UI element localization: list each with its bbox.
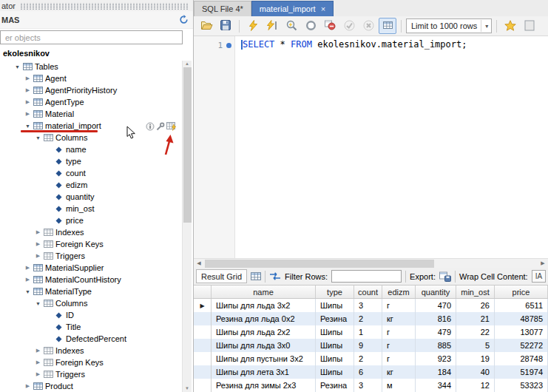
stop-on-error-button[interactable] bbox=[321, 18, 339, 34]
cell-min-ost[interactable]: 40 bbox=[456, 365, 495, 379]
cell-type[interactable]: Резина bbox=[316, 312, 354, 325]
limit-grid-button[interactable] bbox=[379, 18, 396, 34]
navigator-scrollbar[interactable]: ▲ ▼ bbox=[182, 61, 192, 392]
filter-rows-input[interactable] bbox=[331, 270, 402, 283]
cell-price[interactable]: 51974 bbox=[495, 365, 548, 379]
open-script-button[interactable] bbox=[197, 18, 215, 34]
cell-quantity[interactable]: 885 bbox=[416, 339, 456, 352]
execute-current-button[interactable] bbox=[263, 18, 281, 34]
tree-item-materialcounthistory[interactable]: ▶MaterialCountHistory bbox=[0, 274, 182, 285]
column-header-min-ost[interactable]: min_ost bbox=[456, 285, 495, 298]
stop-button[interactable] bbox=[302, 18, 319, 34]
tree-item-quantity[interactable]: quantity bbox=[0, 191, 182, 203]
panel-grip[interactable] bbox=[20, 3, 189, 10]
tree-item-columns[interactable]: ▼Columns bbox=[0, 297, 182, 309]
cell-price[interactable]: 28748 bbox=[495, 352, 548, 365]
cell-name[interactable]: Резина для льда 0x2 bbox=[212, 312, 316, 325]
cell-min-ost[interactable]: 5 bbox=[456, 339, 495, 352]
wrap-toggle-button[interactable]: IA bbox=[532, 270, 546, 283]
cell-type[interactable]: Резина bbox=[316, 379, 354, 392]
tree-item-title[interactable]: Title bbox=[0, 321, 182, 333]
tree-item-indexes[interactable]: ▶Indexes bbox=[0, 345, 182, 356]
cell-name[interactable]: Шипы для льда 3x2 bbox=[212, 299, 316, 312]
cell-edizm[interactable]: кг bbox=[382, 312, 416, 325]
row-selector[interactable] bbox=[194, 379, 212, 392]
chevron-collapsed-icon[interactable]: ▶ bbox=[34, 359, 42, 365]
cell-count[interactable]: 6 bbox=[354, 365, 382, 379]
column-header-count[interactable]: count bbox=[354, 285, 382, 298]
cell-name[interactable]: Шипы для льда 2x2 bbox=[212, 325, 316, 339]
chevron-collapsed-icon[interactable]: ▶ bbox=[34, 371, 42, 377]
tree-item-columns[interactable]: ▼Columns bbox=[0, 132, 182, 143]
column-header-edizm[interactable]: edizm bbox=[382, 285, 416, 298]
chevron-expanded-icon[interactable]: ▼ bbox=[24, 124, 32, 129]
chevron-collapsed-icon[interactable]: ▶ bbox=[24, 383, 32, 389]
cell-quantity[interactable]: 470 bbox=[416, 299, 456, 312]
tree-item-materialtype[interactable]: ▼MaterialType bbox=[0, 285, 182, 297]
cell-price[interactable]: 13077 bbox=[495, 325, 548, 339]
wrench-icon[interactable] bbox=[156, 122, 165, 132]
sql-code-line[interactable]: SELECT * FROM ekolesnikov.material_impor… bbox=[235, 36, 548, 258]
explain-button[interactable] bbox=[283, 18, 300, 34]
tree-item-defectedpercent[interactable]: DefectedPercent bbox=[0, 333, 182, 345]
schema-name[interactable]: ekolesnikov bbox=[0, 46, 193, 61]
tree-item-foreign-keys[interactable]: ▶Foreign Keys bbox=[0, 238, 182, 250]
chevron-collapsed-icon[interactable]: ▶ bbox=[24, 99, 32, 105]
refresh-results-icon[interactable] bbox=[269, 271, 281, 281]
cell-name[interactable]: Шипы для пустыни 3x2 bbox=[212, 352, 316, 365]
chevron-collapsed-icon[interactable]: ▶ bbox=[34, 253, 42, 259]
chevron-expanded-icon[interactable]: ▼ bbox=[34, 301, 42, 306]
cell-price[interactable]: 52272 bbox=[495, 339, 548, 352]
row-selector[interactable] bbox=[194, 365, 212, 379]
tree-item-foreign-keys[interactable]: ▶Foreign Keys bbox=[0, 356, 182, 368]
cell-type[interactable]: Шипы bbox=[316, 299, 354, 312]
tree-item-edizm[interactable]: edizm bbox=[0, 179, 182, 191]
tree-item-agenttype[interactable]: ▶AgentType bbox=[0, 96, 182, 108]
cell-quantity[interactable]: 479 bbox=[416, 325, 456, 339]
refresh-schemas-icon[interactable] bbox=[179, 15, 189, 24]
commit-button[interactable] bbox=[340, 18, 358, 34]
chevron-collapsed-icon[interactable]: ▶ bbox=[24, 87, 32, 93]
cell-min-ost[interactable]: 22 bbox=[456, 325, 495, 339]
tree-item-tables[interactable]: ▼Tables bbox=[0, 61, 182, 72]
clipped-button[interactable] bbox=[521, 18, 538, 34]
tree-item-id[interactable]: ID bbox=[0, 309, 182, 321]
cell-count[interactable]: 3 bbox=[354, 299, 382, 312]
cell-edizm[interactable]: м bbox=[382, 379, 416, 392]
tree-item-materialsupplier[interactable]: ▶MaterialSupplier bbox=[0, 262, 182, 274]
cell-min-ost[interactable]: 19 bbox=[456, 352, 495, 365]
cell-edizm[interactable]: г bbox=[382, 325, 416, 339]
cell-edizm[interactable]: г bbox=[382, 352, 416, 365]
tree-item-count[interactable]: count bbox=[0, 167, 182, 179]
cell-edizm[interactable]: кг bbox=[382, 365, 416, 379]
close-tab-icon[interactable]: × bbox=[321, 5, 325, 13]
row-selector[interactable]: ▶ bbox=[194, 299, 212, 312]
filter-objects-input[interactable]: er objects bbox=[0, 30, 183, 44]
chevron-expanded-icon[interactable]: ▼ bbox=[24, 289, 32, 294]
tree-item-material[interactable]: ▶Material bbox=[0, 108, 182, 120]
tree-item-min-ost[interactable]: min_ost bbox=[0, 203, 182, 214]
tree-item-agentpriorityhistory[interactable]: ▶AgentPriorityHistory bbox=[0, 84, 182, 96]
row-selector[interactable] bbox=[194, 339, 212, 352]
tab-sql-file-4[interactable]: SQL File 4* bbox=[194, 1, 251, 16]
chevron-collapsed-icon[interactable]: ▶ bbox=[24, 75, 32, 81]
cell-price[interactable]: 48785 bbox=[495, 312, 548, 325]
cell-quantity[interactable]: 923 bbox=[416, 352, 456, 365]
row-selector[interactable] bbox=[194, 312, 212, 325]
column-header-price[interactable]: price bbox=[495, 285, 548, 298]
scroll-down-icon[interactable]: ▼ bbox=[183, 385, 192, 392]
scroll-left-icon[interactable]: ◀ bbox=[194, 259, 204, 268]
chevron-expanded-icon[interactable]: ▼ bbox=[13, 64, 21, 70]
save-script-button[interactable] bbox=[217, 18, 234, 34]
cell-quantity[interactable]: 344 bbox=[416, 379, 456, 392]
result-grid-tab[interactable]: Result Grid bbox=[196, 269, 247, 283]
cell-edizm[interactable]: г bbox=[382, 339, 416, 352]
cell-type[interactable]: Шипы bbox=[316, 352, 354, 365]
tree-item-indexes[interactable]: ▶Indexes bbox=[0, 226, 182, 238]
cell-name[interactable]: Резина для зимы 2x3 bbox=[212, 379, 316, 392]
limit-rows-dropdown[interactable]: Limit to 1000 rows▾ bbox=[406, 18, 492, 33]
tree-item-agent[interactable]: ▶Agent bbox=[0, 72, 182, 84]
save-snippet-button[interactable] bbox=[501, 18, 519, 34]
cell-name[interactable]: Шипы для льда 3x0 bbox=[212, 339, 316, 352]
chevron-collapsed-icon[interactable]: ▶ bbox=[34, 241, 42, 247]
